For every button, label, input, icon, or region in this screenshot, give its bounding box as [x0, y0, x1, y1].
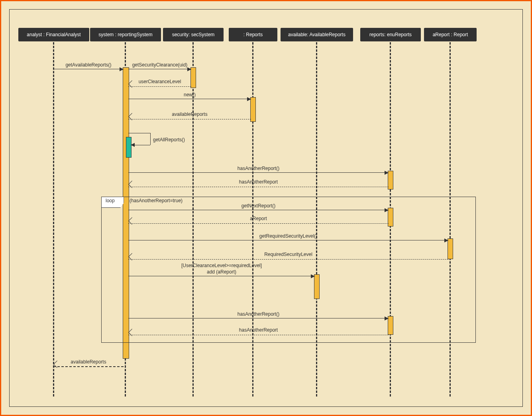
msg-hasAnotherReport-2: hasAnotherReport() — [128, 311, 389, 318]
msg-aReport: aReport — [128, 217, 389, 224]
diagram-canvas: analyst : FinancialAnalyst system : repo… — [9, 9, 523, 407]
activation-reports — [250, 97, 256, 122]
lifeline-header: security: secSystem — [163, 28, 224, 41]
msg-getRequiredSecurityLevel: getRequiredSecurityLevel() — [128, 233, 448, 240]
msg-getAllReports-self: getAllReports() — [128, 133, 164, 149]
msg-getAvailableReports: getAvailableReports() — [53, 62, 124, 69]
msg-getNextReport: getNextReport() — [128, 203, 389, 210]
msg-userClearanceLevel: userClearanceLevel — [128, 80, 191, 87]
msg-hasAnotherReport-return-1: hasAnotherReport — [128, 180, 389, 187]
msg-RequiredSecurityLevel: RequiredSecurityLevel — [128, 252, 448, 260]
msg-getSecurityClearance: getSecurityClearance(uid) — [128, 62, 191, 69]
msg-availableReports-1: availableReports — [128, 112, 251, 119]
lifeline-header: analyst : FinancialAnalyst — [18, 28, 89, 41]
activation-security — [190, 67, 196, 88]
msg-hasAnotherReport-1: hasAnotherReport() — [128, 166, 389, 173]
msg-add: [UserClearanceLevel>=requiredLevel] add … — [128, 269, 315, 276]
msg-hasAnotherReport-return-2: hasAnotherReport — [128, 328, 389, 335]
msg-new: new() — [128, 92, 251, 99]
diagram-outer-frame: analyst : FinancialAnalyst system : repo… — [0, 0, 532, 416]
activation-enu-1 — [388, 171, 393, 189]
lifeline-header: reports: enuReports — [360, 28, 421, 41]
lifeline-header: : Reports — [229, 28, 277, 41]
lifeline-header: available: AvailableReports — [281, 28, 353, 41]
lifeline-header: system : reportingSystem — [90, 28, 161, 41]
loop-condition: (hasAnotherReport=true) — [130, 198, 183, 203]
lifeline-header: aReport : Report — [424, 28, 477, 41]
msg-availableReports-final: availableReports — [53, 360, 124, 367]
loop-label: loop — [101, 197, 124, 208]
